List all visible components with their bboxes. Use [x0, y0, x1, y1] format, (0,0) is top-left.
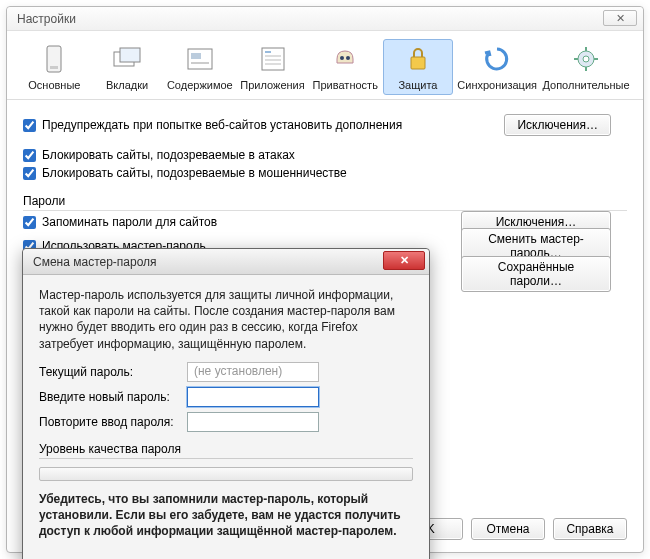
svg-point-16 — [583, 56, 589, 62]
dialog-titlebar: Смена мастер-пароля ✕ — [23, 249, 429, 275]
svg-point-12 — [340, 56, 344, 60]
tab-apps[interactable]: Приложения — [237, 39, 308, 95]
svg-point-13 — [346, 56, 350, 60]
titlebar: Настройки ✕ — [7, 7, 643, 31]
quality-label: Уровень качества пароля — [39, 442, 413, 459]
checkbox-block-attack[interactable] — [23, 149, 36, 162]
svg-rect-5 — [191, 53, 201, 59]
svg-rect-10 — [265, 59, 281, 61]
current-password-label: Текущий пароль: — [39, 365, 187, 379]
tab-privacy[interactable]: Приватность — [310, 39, 381, 95]
sync-icon — [481, 43, 513, 75]
dialog-warning: Убедитесь, что вы запомнили мастер-парол… — [39, 491, 413, 540]
tab-content[interactable]: Содержимое — [164, 39, 235, 95]
new-password-label: Введите новый пароль: — [39, 390, 187, 404]
exceptions-addons-button[interactable]: Исключения… — [504, 114, 611, 136]
svg-rect-11 — [265, 63, 281, 65]
repeat-password-label: Повторите ввод пароля: — [39, 415, 187, 429]
svg-rect-8 — [265, 51, 271, 53]
label-remember-passwords: Запоминать пароли для сайтов — [42, 215, 217, 229]
label-block-fraud: Блокировать сайты, подозреваемые в мошен… — [42, 166, 347, 180]
apps-icon — [257, 43, 289, 75]
lock-icon — [402, 43, 434, 75]
help-button[interactable]: Справка — [553, 518, 627, 540]
change-master-dialog: Смена мастер-пароля ✕ Мастер-пароль испо… — [22, 248, 430, 559]
dialog-intro: Мастер-пароль используется для защиты ли… — [39, 287, 413, 352]
label-warn-addons: Предупреждать при попытке веб-сайтов уст… — [42, 118, 402, 132]
passwords-group-label: Пароли — [23, 194, 627, 211]
dialog-title: Смена мастер-пароля — [33, 255, 157, 269]
quality-meter — [39, 467, 413, 481]
label-block-attack: Блокировать сайты, подозреваемые в атака… — [42, 148, 295, 162]
tab-sync[interactable]: Синхронизация — [455, 39, 539, 95]
tab-general[interactable]: Основные — [19, 39, 90, 95]
svg-rect-1 — [50, 66, 58, 69]
tab-advanced[interactable]: Дополнительные — [541, 39, 631, 95]
svg-rect-9 — [265, 55, 281, 57]
gear-icon — [570, 43, 602, 75]
new-password-input[interactable] — [187, 387, 319, 407]
dialog-close-icon[interactable]: ✕ — [383, 251, 425, 270]
repeat-password-input[interactable] — [187, 412, 319, 432]
current-password-display: (не установлен) — [187, 362, 319, 382]
privacy-icon — [329, 43, 361, 75]
checkbox-warn-addons[interactable] — [23, 119, 36, 132]
checkbox-block-fraud[interactable] — [23, 167, 36, 180]
content-icon — [184, 43, 216, 75]
toolbar: Основные Вкладки Содержимое Приложения П… — [7, 31, 643, 100]
general-icon — [38, 43, 70, 75]
svg-rect-3 — [120, 48, 140, 62]
tab-tabs[interactable]: Вкладки — [92, 39, 163, 95]
window-title: Настройки — [17, 12, 76, 26]
svg-rect-6 — [191, 62, 209, 64]
svg-rect-14 — [411, 57, 425, 69]
cancel-button[interactable]: Отмена — [471, 518, 545, 540]
close-icon[interactable]: ✕ — [603, 10, 637, 26]
tab-security[interactable]: Защита — [383, 39, 454, 95]
checkbox-remember-passwords[interactable] — [23, 216, 36, 229]
tabs-icon — [111, 43, 143, 75]
saved-passwords-button[interactable]: Сохранённые пароли… — [461, 256, 611, 292]
